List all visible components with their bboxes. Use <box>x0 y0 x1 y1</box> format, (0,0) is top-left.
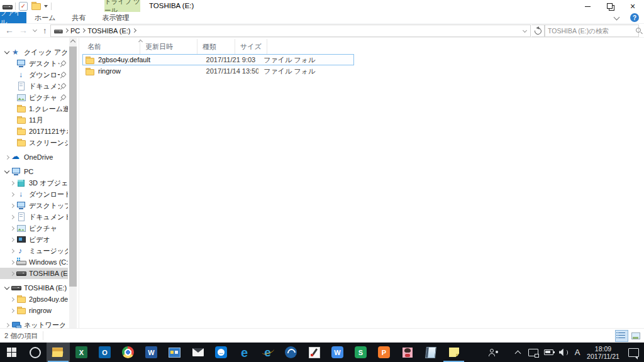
breadcrumb-chevron-icon[interactable] <box>132 28 137 33</box>
taskbar-app-icon[interactable]: P <box>372 343 396 362</box>
sidebar-item[interactable]: ringrow <box>0 305 68 316</box>
restore-button[interactable] <box>599 0 621 13</box>
ribbon-expand-chevron-icon[interactable] <box>613 14 621 22</box>
tree-chevron-icon[interactable] <box>9 104 16 113</box>
thumbnails-view-button[interactable] <box>629 330 642 342</box>
taskbar-app-icon[interactable] <box>186 343 209 362</box>
tray-icon[interactable] <box>526 343 541 362</box>
customize-toolbar-chevron-icon[interactable] <box>44 5 48 8</box>
forward-icon[interactable]: → <box>19 26 28 35</box>
sidebar-item[interactable]: 3D オブジェクト <box>0 177 68 189</box>
details-view-button[interactable] <box>615 330 628 342</box>
sidebar-item[interactable]: 2gbso4uy.default <box>0 293 68 305</box>
tree-chevron-icon[interactable] <box>9 246 16 255</box>
tree-chevron-icon[interactable] <box>4 283 11 292</box>
tree-chevron-icon[interactable] <box>9 235 16 244</box>
tree-chevron-icon[interactable] <box>9 295 16 304</box>
taskbar-app-icon[interactable]: e <box>233 343 256 362</box>
file-row[interactable]: 2gbso4uy.default 2017/11/21 9:03 ファイル フォ… <box>82 54 354 65</box>
taskbar-app-icon[interactable] <box>396 343 419 362</box>
tray-icon[interactable] <box>486 343 501 362</box>
navigation-scrollbar[interactable] <box>69 38 77 348</box>
taskbar-app-icon[interactable] <box>419 343 442 362</box>
sidebar-item[interactable]: デスクトップ <box>0 58 68 69</box>
taskbar-app-icon[interactable]: O <box>93 343 116 362</box>
tree-chevron-icon[interactable] <box>9 127 16 136</box>
sidebar-item[interactable]: 11月 <box>0 114 68 126</box>
tree-chevron-icon[interactable] <box>4 167 11 176</box>
sidebar-item[interactable]: ピクチャ <box>0 92 68 103</box>
recent-locations-chevron-icon[interactable] <box>33 28 38 33</box>
taskbar-clock[interactable]: 18:09 2017/11/21 <box>584 345 623 360</box>
breadcrumb-label[interactable]: PC <box>70 27 80 35</box>
taskbar-app-icon[interactable]: S <box>349 343 372 362</box>
tray-icon[interactable] <box>511 343 526 362</box>
tree-chevron-icon[interactable] <box>9 93 16 102</box>
tree-chevron-icon[interactable] <box>4 153 11 162</box>
sidebar-item[interactable]: ドキュメント <box>0 211 68 222</box>
scrollbar-thumb[interactable] <box>69 47 77 287</box>
sidebar-item[interactable]: PC <box>0 166 68 177</box>
sidebar-item[interactable]: Windows (C:) <box>0 256 68 268</box>
tree-chevron-icon[interactable] <box>9 138 16 147</box>
breadcrumb-chevron-icon[interactable] <box>64 28 69 33</box>
sidebar-item[interactable]: ドキュメント <box>0 80 68 92</box>
sidebar-item[interactable]: ダウンロード <box>0 189 68 200</box>
search-box[interactable] <box>545 25 639 37</box>
minimize-button[interactable] <box>576 0 599 13</box>
scroll-up-icon[interactable] <box>69 38 77 46</box>
tree-chevron-icon[interactable] <box>9 178 16 187</box>
tree-chevron-icon[interactable] <box>9 116 16 124</box>
sidebar-item[interactable]: 20171121サポセン <box>0 126 68 137</box>
tree-chevron-icon[interactable] <box>9 224 16 233</box>
tree-chevron-icon[interactable] <box>9 70 16 79</box>
tree-chevron-icon[interactable] <box>4 48 11 57</box>
column-header[interactable]: 種類 <box>197 39 235 54</box>
taskbar-app-icon[interactable] <box>442 343 465 362</box>
tree-chevron-icon[interactable] <box>9 258 16 266</box>
taskbar-app-icon[interactable] <box>47 343 70 362</box>
sidebar-item[interactable]: OneDrive <box>0 151 68 163</box>
search-input[interactable] <box>545 27 635 35</box>
tree-chevron-icon[interactable] <box>9 306 16 315</box>
column-header[interactable]: 更新日時 <box>140 39 197 54</box>
breadcrumb-label[interactable]: TOSHIBA (E:) <box>87 27 130 35</box>
tray-icon[interactable] <box>556 343 571 362</box>
tree-chevron-icon[interactable] <box>9 190 16 199</box>
breadcrumb-segment[interactable]: TOSHIBA (E:) <box>81 27 130 35</box>
taskbar-app-icon[interactable] <box>279 343 303 362</box>
tab-file[interactable]: ファイル <box>0 12 26 23</box>
taskbar-app-icon[interactable] <box>23 343 47 362</box>
sidebar-item[interactable]: ピクチャ <box>0 222 68 234</box>
taskbar-app-icon[interactable] <box>0 343 23 362</box>
tree-chevron-icon[interactable] <box>9 59 16 68</box>
tree-chevron-icon[interactable] <box>9 82 16 90</box>
sidebar-item[interactable]: デスクトップ <box>0 200 68 211</box>
sidebar-item[interactable]: ミュージック <box>0 245 68 256</box>
refresh-button[interactable] <box>531 25 545 37</box>
tree-chevron-icon[interactable] <box>9 269 16 278</box>
breadcrumb-segment[interactable]: PC <box>64 27 80 35</box>
taskbar-app-icon[interactable] <box>209 343 233 362</box>
column-header[interactable]: 名前 <box>82 39 140 54</box>
new-folder-icon[interactable] <box>31 2 41 10</box>
sidebar-item[interactable]: TOSHIBA (E:) <box>0 268 68 279</box>
file-row[interactable]: ringrow 2017/11/14 13:50 ファイル フォルダー <box>82 65 354 77</box>
taskbar-app-icon[interactable] <box>303 343 326 362</box>
sidebar-item[interactable]: TOSHIBA (E:) <box>0 282 68 293</box>
sidebar-item[interactable]: スクリーンショット <box>0 137 68 148</box>
sidebar-item[interactable]: ダウンロード <box>0 69 68 80</box>
column-header[interactable]: サイズ <box>235 39 267 54</box>
tray-icon[interactable] <box>541 343 556 362</box>
taskbar-app-icon[interactable] <box>163 343 186 362</box>
taskbar-app-icon[interactable]: e <box>256 343 279 362</box>
sidebar-item[interactable]: クイック アクセス <box>0 47 68 58</box>
tab-manage[interactable]: 管理 <box>104 12 140 23</box>
tree-chevron-icon[interactable] <box>9 201 16 210</box>
up-icon[interactable]: ↑ <box>43 26 47 35</box>
sidebar-item[interactable]: 1.クレーム進捗スケ <box>0 103 68 114</box>
taskbar-app-icon[interactable]: X <box>70 343 93 362</box>
back-icon[interactable]: ← <box>5 26 14 35</box>
tree-chevron-icon[interactable] <box>9 212 16 221</box>
address-dropdown-chevron-icon[interactable] <box>523 28 528 33</box>
